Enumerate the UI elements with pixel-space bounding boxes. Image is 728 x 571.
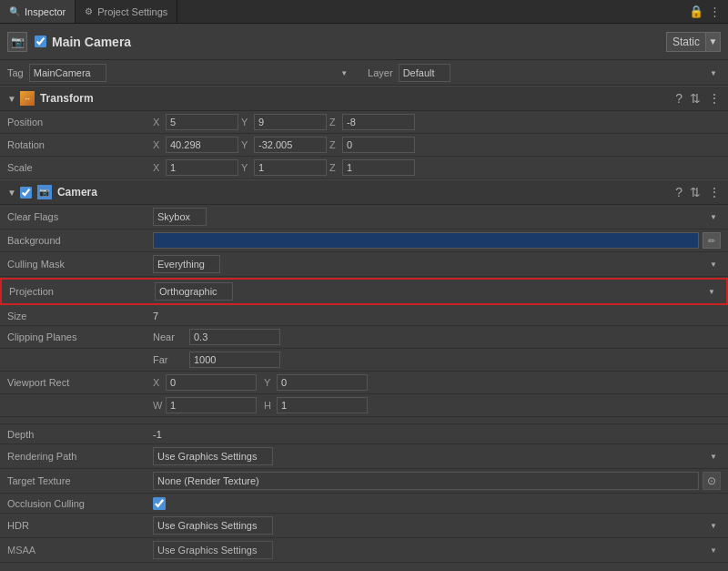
layer-select[interactable]: Default xyxy=(399,64,450,82)
layer-label: Layer xyxy=(368,67,393,78)
rotation-y-label: Y xyxy=(241,139,252,150)
target-texture-btn[interactable]: ⊙ xyxy=(703,472,721,490)
position-z-label: Z xyxy=(329,117,340,127)
vp-x-input[interactable] xyxy=(166,374,257,391)
color-picker-btn[interactable]: ✏ xyxy=(703,232,721,249)
transform-menu-btn[interactable]: ⋮ xyxy=(708,91,721,106)
viewport-wh-row: W H xyxy=(0,394,728,417)
rotation-z-label: Z xyxy=(329,139,340,150)
viewport-x-field: X xyxy=(153,374,257,391)
scale-x-input[interactable] xyxy=(166,159,238,176)
scale-x-label: X xyxy=(153,162,164,173)
clipping-near-row: Clipping Planes Near xyxy=(0,326,728,349)
object-icon: 📷 xyxy=(7,32,27,52)
near-input[interactable] xyxy=(189,329,280,345)
scale-label: Scale xyxy=(7,162,153,173)
clear-flags-select[interactable]: Skybox xyxy=(153,208,207,226)
occlusion-culling-label: Occlusion Culling xyxy=(7,498,153,509)
tab-project-settings[interactable]: ⚙ Project Settings xyxy=(76,0,177,23)
rendering-path-value: Use Graphics Settings xyxy=(153,447,721,465)
scale-z-input[interactable] xyxy=(342,159,415,176)
position-row: Position X Y Z xyxy=(0,111,728,134)
lock-icon[interactable]: 🔒 xyxy=(689,5,703,18)
camera-settings-btn[interactable]: ⇅ xyxy=(690,185,701,199)
position-y-input[interactable] xyxy=(254,114,327,130)
projection-value: Orthographic xyxy=(155,282,719,301)
camera-help-btn[interactable]: ? xyxy=(675,185,682,199)
vp-x-label: X xyxy=(153,377,164,388)
target-texture-label: Target Texture xyxy=(7,475,153,486)
rotation-label: Rotation xyxy=(7,139,153,150)
camera-arrow: ▼ xyxy=(7,188,16,198)
transform-settings-btn[interactable]: ⇅ xyxy=(690,91,701,106)
projection-select[interactable]: Orthographic xyxy=(155,282,233,301)
rotation-y-field: Y xyxy=(241,137,327,153)
vp-h-label: H xyxy=(264,400,275,411)
clear-flags-row: Clear Flags Skybox xyxy=(0,205,728,229)
vp-w-input[interactable] xyxy=(166,397,257,413)
position-z-field: Z xyxy=(329,114,415,130)
hdr-value: Use Graphics Settings xyxy=(153,516,721,535)
rotation-value: X Y Z xyxy=(153,137,721,153)
rotation-x-input[interactable] xyxy=(166,137,238,153)
background-value: ✏ xyxy=(153,232,721,249)
static-label: Static xyxy=(672,36,700,48)
position-y-field: Y xyxy=(241,114,327,130)
position-x-input[interactable] xyxy=(166,114,238,130)
static-button[interactable]: Static xyxy=(666,32,706,52)
vp-w-label: W xyxy=(153,400,164,411)
rendering-path-select[interactable]: Use Graphics Settings xyxy=(153,447,273,465)
rotation-x-label: X xyxy=(153,139,164,150)
scale-y-input[interactable] xyxy=(254,159,327,176)
far-input[interactable] xyxy=(189,352,280,368)
position-z-input[interactable] xyxy=(342,114,415,130)
tab-inspector[interactable]: 🔍 Inspector xyxy=(0,0,76,23)
camera-active-checkbox[interactable] xyxy=(20,187,32,199)
depth-text: -1 xyxy=(153,429,162,440)
background-label: Background xyxy=(7,235,153,246)
rendering-path-row: Rendering Path Use Graphics Settings xyxy=(0,444,728,469)
rendering-path-label: Rendering Path xyxy=(7,451,153,462)
msaa-select[interactable]: Use Graphics Settings xyxy=(153,541,273,559)
inspector-icon: 🔍 xyxy=(9,6,20,16)
culling-mask-select[interactable]: Everything xyxy=(153,255,220,273)
scale-row: Scale X Y Z xyxy=(0,157,728,179)
depth-value: -1 xyxy=(153,429,721,440)
size-text: 7 xyxy=(153,311,158,321)
menu-icon[interactable]: ⋮ xyxy=(709,5,721,18)
hdr-select[interactable]: Use Graphics Settings xyxy=(153,516,273,535)
viewport-h-field: H xyxy=(264,397,368,413)
occlusion-culling-checkbox[interactable] xyxy=(153,497,166,510)
culling-mask-label: Culling Mask xyxy=(7,259,153,270)
msaa-row: MSAA Use Graphics Settings xyxy=(0,538,728,563)
tag-layer-row: Tag MainCamera Layer Default xyxy=(0,60,728,86)
settings-icon: ⚙ xyxy=(85,6,93,16)
camera-section-header[interactable]: ▼ 📷 Camera ? ⇅ ⋮ xyxy=(0,179,728,205)
size-value: 7 xyxy=(153,311,721,321)
background-row: Background ✏ xyxy=(0,229,728,252)
transform-help-btn[interactable]: ? xyxy=(675,91,682,106)
projection-row: Projection Orthographic xyxy=(0,278,728,305)
position-y-label: Y xyxy=(241,117,252,127)
rotation-row: Rotation X Y Z xyxy=(0,134,728,157)
viewport-w-field: W xyxy=(153,397,257,413)
transform-icon: ↔ xyxy=(20,91,35,106)
tag-select[interactable]: MainCamera xyxy=(29,64,106,82)
transform-section-header[interactable]: ▼ ↔ Transform ? ⇅ ⋮ xyxy=(0,86,728,111)
tag-label: Tag xyxy=(7,67,24,78)
hdr-row: HDR Use Graphics Settings xyxy=(0,514,728,538)
camera-menu-btn[interactable]: ⋮ xyxy=(708,185,721,199)
rotation-z-input[interactable] xyxy=(342,137,415,153)
vp-h-input[interactable] xyxy=(277,397,368,413)
viewport-xy-value: X Y xyxy=(153,374,721,391)
position-x-label: X xyxy=(153,117,164,127)
clear-flags-label: Clear Flags xyxy=(7,211,153,222)
vp-y-input[interactable] xyxy=(277,374,368,391)
active-checkbox[interactable] xyxy=(35,36,46,47)
scale-x-field: X xyxy=(153,159,238,176)
camera-icon: 📷 xyxy=(37,185,52,199)
static-dropdown[interactable]: ▼ xyxy=(706,32,721,52)
rotation-y-input[interactable] xyxy=(254,137,327,153)
background-color-swatch[interactable] xyxy=(153,232,699,249)
target-texture-row: Target Texture None (Render Texture) ⊙ xyxy=(0,469,728,494)
